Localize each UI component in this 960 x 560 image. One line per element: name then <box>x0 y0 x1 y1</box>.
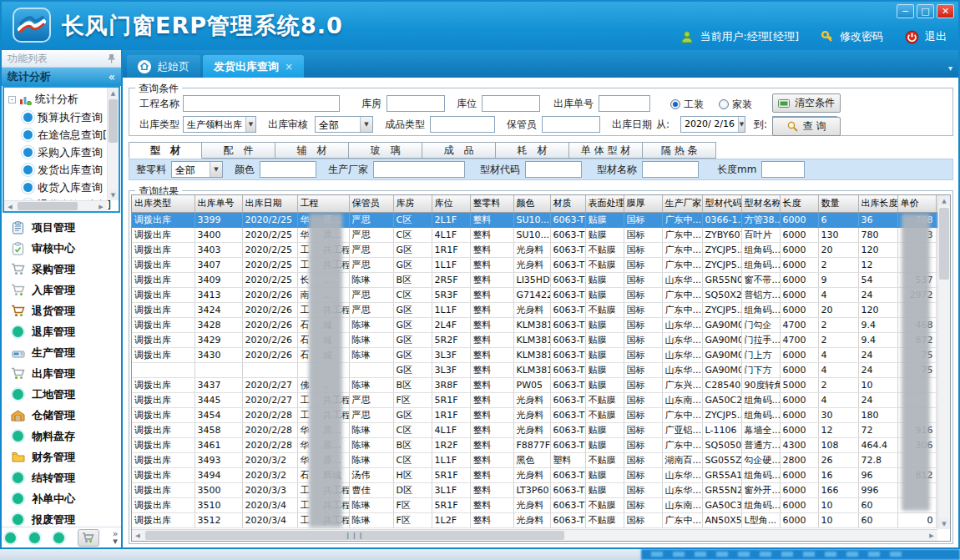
sidebar-menu-item-2[interactable]: 采购管理 <box>2 259 121 280</box>
sidebar-menu-item-7[interactable]: 出库管理 <box>2 363 121 384</box>
minimize-button[interactable]: ─ <box>897 4 914 18</box>
scroll-right-icon[interactable]: ▶ <box>926 530 937 541</box>
table-row[interactable]: 调拨出库34242020/2/26工 共工程严思G区1L1F整料光身料6063-… <box>132 302 951 317</box>
column-header[interactable]: 生产厂家 <box>662 195 702 212</box>
material-tab-4[interactable]: 成 品 <box>422 142 496 159</box>
material-tab-5[interactable]: 耗 材 <box>496 142 569 159</box>
whole-part-select[interactable]: 全部▼ <box>171 161 223 178</box>
table-row[interactable]: 调拨出库35102020/3/4工 共工程陈琳F区5R1F整料光身料6063-T… <box>132 497 951 512</box>
table-row[interactable]: 调拨出库34452020/2/27工 共工程严思F区5R1F整料光身料6063-… <box>132 392 951 407</box>
close-button[interactable]: ✕ <box>937 4 954 18</box>
table-row[interactable]: 调拨出库34612020/2/28华 原...陈琳B区1R2F整料F8877FT… <box>132 437 951 452</box>
column-header[interactable]: 工程 <box>297 195 349 212</box>
table-horizontal-scrollbar[interactable]: ◀ ❙❙❙ ▶ <box>132 529 937 541</box>
change-password-link[interactable]: 修改密码 <box>840 29 883 44</box>
audit-select[interactable]: 全部▼ <box>315 116 373 133</box>
column-header[interactable]: 膜厚 <box>624 195 662 212</box>
table-row[interactable]: 调拨出库34072020/2/25工 共工程严思G区1L1F整料光身料6063-… <box>132 257 951 272</box>
column-header[interactable]: 单价 <box>897 195 936 212</box>
sidebar-menu-item-6[interactable]: 生产管理 <box>2 342 121 363</box>
green-circle-icon[interactable] <box>53 532 64 543</box>
column-header[interactable]: 数量 <box>818 195 858 212</box>
column-header[interactable]: 型材代码 <box>702 195 741 212</box>
column-header[interactable]: 表面处理 <box>585 195 624 212</box>
table-row[interactable]: 调拨出库34542020/2/28工 共工程严思G区1R1F整料光身料6063-… <box>132 407 951 422</box>
outbound-type-select[interactable]: 生产领料出库▼ <box>183 116 256 133</box>
date-from-select[interactable]: 2020/ 2/16▼ <box>680 116 745 133</box>
tab-close-icon[interactable]: × <box>285 61 293 73</box>
gongzhuang-radio[interactable] <box>670 99 680 109</box>
column-header[interactable]: 保管员 <box>349 195 393 212</box>
location-input[interactable] <box>482 95 540 112</box>
material-tab-2[interactable]: 辅 材 <box>275 142 349 159</box>
logout-link[interactable]: 退出 <box>925 29 947 44</box>
keeper-input[interactable] <box>542 116 600 133</box>
warehouse-input[interactable] <box>387 95 445 112</box>
jiazhuang-radio[interactable] <box>719 99 729 109</box>
overflow-chevron-icon[interactable]: »▾ <box>113 530 119 545</box>
order-no-input[interactable] <box>599 95 650 112</box>
maximize-button[interactable]: □ <box>917 4 934 18</box>
scroll-left-icon[interactable]: ◀ <box>132 530 144 541</box>
scroll-up-icon[interactable]: ▲ <box>938 195 950 206</box>
green-circle-icon[interactable] <box>5 532 16 543</box>
column-header[interactable]: 出库日期 <box>242 195 297 212</box>
sidebar-menu-item-5[interactable]: 退库管理 <box>2 321 121 342</box>
table-row[interactable]: 调拨出库35002020/3/3工 共工程曹佳D区3L1F整料LT3P60606… <box>132 482 951 497</box>
column-header[interactable]: 库位 <box>432 195 470 212</box>
table-row[interactable]: 调拨出库33992020/2/25华 原...严思C区2L1F整料SU10...… <box>132 212 951 227</box>
tab-list-chevron-icon[interactable]: ▾ <box>948 63 952 73</box>
sidebar-group-header[interactable]: 统计分析 « <box>2 68 121 86</box>
scroll-right-icon[interactable]: ▶ <box>95 201 107 212</box>
material-tab-6[interactable]: 单 体 型 材 <box>569 142 643 159</box>
table-row[interactable]: 调拨出库34032020/2/25工 共工程严思G区1R1F整料光身料6063-… <box>132 242 951 257</box>
pin-icon[interactable] <box>108 54 115 63</box>
sidebar-menu-item-8[interactable]: 工地管理 <box>2 384 121 405</box>
material-tab-7[interactable]: 隔 热 条 <box>643 142 716 159</box>
document-tab-0[interactable]: 起始页 <box>127 55 200 78</box>
column-header[interactable]: 长度 <box>780 195 818 212</box>
collapse-icon[interactable]: « <box>108 70 115 83</box>
table-row[interactable]: 调拨出库34282020/2/26石 城陈琳G区2L4F整料KLM3817606… <box>132 317 951 332</box>
profile-name-input[interactable] <box>642 161 699 178</box>
tree-item-2[interactable]: 采购入库查询 <box>7 144 105 161</box>
column-header[interactable]: 出库单号 <box>195 195 242 212</box>
table-row[interactable]: 调拨出库34002020/2/25华 原...严思C区4L1F整料SU10...… <box>132 227 951 242</box>
manufacturer-input[interactable] <box>373 161 465 178</box>
document-tab-1[interactable]: 发货出库查询× <box>203 55 304 78</box>
scroll-down-icon[interactable]: ▼ <box>938 518 950 529</box>
table-row[interactable]: 调拨出库35122020/3/4工 共工程陈琳F区1L2F整料光身料6063-T… <box>132 512 951 527</box>
sidebar-menu-item-13[interactable]: 补单中心 <box>2 488 121 509</box>
scroll-down-icon[interactable]: ▼ <box>108 189 119 200</box>
column-header[interactable]: 颜色 <box>513 195 550 212</box>
tree-vertical-scrollbar[interactable]: ▲ ▼ <box>107 88 119 200</box>
column-header[interactable]: 库房 <box>393 195 432 212</box>
scroll-up-icon[interactable]: ▲ <box>108 88 119 98</box>
table-row[interactable]: 调拨出库34302020/2/26石 城陈琳G区3L3F整料KLM3817606… <box>132 347 951 362</box>
table-row[interactable]: 调拨出库34132020/2/26南 ...严思C区5R3F整料G7142260… <box>132 287 951 302</box>
profile-code-input[interactable] <box>525 161 582 178</box>
tree-item-4[interactable]: 收货入库查询 <box>7 179 105 196</box>
green-circle-icon[interactable] <box>29 532 40 543</box>
material-tab-0[interactable]: 型 材 <box>129 142 202 159</box>
table-row[interactable]: 调拨出库34292020/2/26石 城陈琳G区5R2F整料KLM3817606… <box>132 332 951 347</box>
column-header[interactable]: 出库长度 <box>858 195 897 212</box>
tree-horizontal-scrollbar[interactable]: ◀ ▶ <box>4 200 107 211</box>
sidebar-menu-item-10[interactable]: 物料盘存 <box>2 426 121 446</box>
tree-root-node[interactable]: - 统计分析 <box>7 90 105 108</box>
material-tab-1[interactable]: 配 件 <box>202 142 275 159</box>
sidebar-menu-item-11[interactable]: 财务管理 <box>2 446 121 467</box>
column-header[interactable]: 材质 <box>550 195 585 212</box>
table-row[interactable]: 调拨出库34582020/2/28华 原...陈琳C区4L1F整料光身料6063… <box>132 422 951 437</box>
sidebar-menu-item-12[interactable]: 结转管理 <box>2 467 121 488</box>
column-header[interactable]: 整零料 <box>470 195 513 212</box>
sidebar-menu-item-14[interactable]: 报废管理 <box>2 509 121 527</box>
column-header[interactable]: 出库类型 <box>132 195 195 212</box>
sidebar-menu-item-3[interactable]: 入库管理 <box>2 280 121 300</box>
tree-item-0[interactable]: 预算执行查询 <box>7 108 105 126</box>
project-name-input[interactable] <box>183 95 340 112</box>
product-type-input[interactable] <box>430 116 495 133</box>
sidebar-menu-item-0[interactable]: 项目管理 <box>2 217 121 238</box>
table-row[interactable]: 调拨出库34942020/3/2石 辉城汤伟H区5R1F整料光身料6063-T5… <box>132 467 951 482</box>
tree-item-3[interactable]: 发货出库查询 <box>7 161 105 179</box>
